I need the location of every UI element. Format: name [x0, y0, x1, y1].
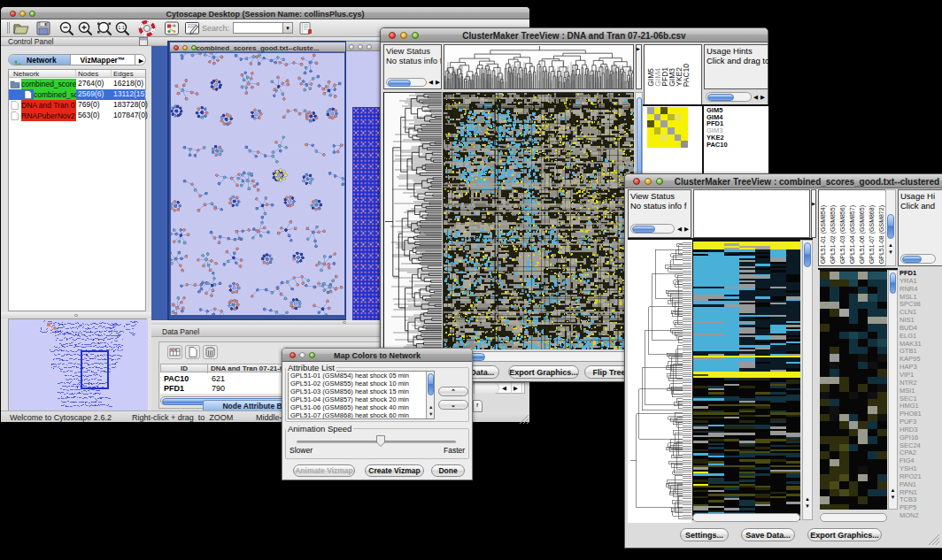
svg-text:1:1: 1:1 — [118, 25, 125, 30]
